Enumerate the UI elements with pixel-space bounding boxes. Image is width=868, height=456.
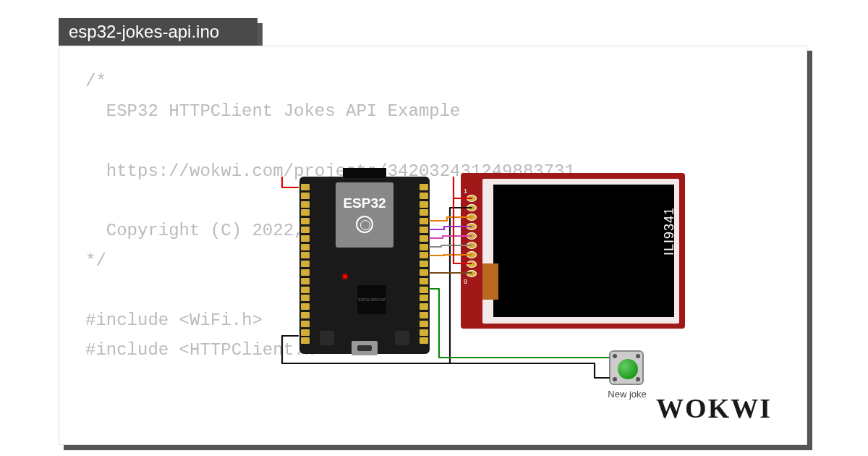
esp32-board[interactable]: ESP32 ESP32-WROOM xyxy=(299,177,430,354)
esp32-chip: ESP32-WROOM xyxy=(357,285,386,314)
filename: esp32-jokes-api.ino xyxy=(69,22,219,42)
wokwi-logo: WOKWI xyxy=(656,392,772,424)
espressif-logo-icon xyxy=(356,216,373,233)
new-joke-button[interactable] xyxy=(609,350,644,385)
display-pin-header xyxy=(467,195,477,277)
button-cap-icon xyxy=(618,359,638,379)
boot-button[interactable] xyxy=(395,331,409,345)
pin-header-left xyxy=(301,184,310,344)
esp32-label: ESP32 xyxy=(336,182,393,211)
display-flex-cable xyxy=(482,263,498,300)
code-card: /* ESP32 HTTPClient Jokes API Example ht… xyxy=(59,46,807,445)
en-button[interactable] xyxy=(320,331,334,345)
pin-1-label: 1 xyxy=(464,187,467,195)
micro-usb-port xyxy=(352,341,378,355)
power-led-icon xyxy=(343,274,347,279)
ili9341-display[interactable]: 1 9 ILI9341 xyxy=(461,173,685,329)
wifi-antenna xyxy=(343,168,386,178)
display-screen xyxy=(493,185,674,317)
esp32-shield: ESP32 xyxy=(336,182,393,248)
file-tab[interactable]: esp32-jokes-api.ino xyxy=(59,18,258,46)
pin-9-label: 9 xyxy=(464,278,467,285)
circuit-diagram: ESP32 ESP32-WROOM 1 9 ILI9341 xyxy=(276,177,725,408)
pin-header-right xyxy=(420,184,428,344)
button-label: New joke xyxy=(595,389,660,400)
display-model-label: ILI9341 xyxy=(662,207,677,256)
